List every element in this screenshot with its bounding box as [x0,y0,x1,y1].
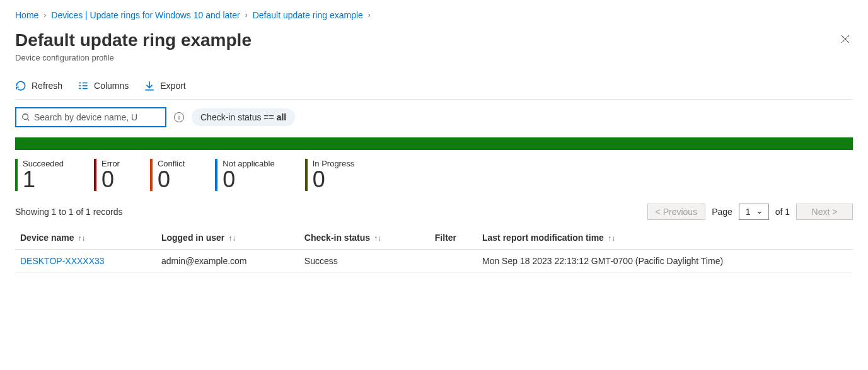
accent-bar [15,159,18,191]
cell-logged-in-user: admin@example.com [156,250,299,273]
previous-button[interactable]: < Previous [647,204,706,220]
page-title: Default update ring example [15,30,252,50]
col-label: Device name [20,233,74,243]
accent-bar [215,159,217,191]
columns-button[interactable]: Columns [78,78,129,94]
status-not-applicable[interactable]: Not applicable 0 [215,159,274,191]
status-value: 1 [23,168,64,191]
records-summary: Showing 1 to 1 of 1 records [15,207,122,217]
page-select-value: 1 [746,207,751,217]
breadcrumb-current[interactable]: Default update ring example [253,10,363,20]
search-input-wrapper[interactable] [15,107,166,127]
status-value: 0 [313,168,354,191]
export-label: Export [160,81,185,91]
page-total: of 1 [775,207,790,217]
status-value: 0 [101,168,120,191]
columns-icon [78,80,89,91]
breadcrumb-devices[interactable]: Devices | Update rings for Windows 10 an… [51,10,240,20]
refresh-icon [15,80,26,91]
sort-icon: ↑↓ [374,234,381,243]
cell-modification-time: Mon Sep 18 2023 22:13:12 GMT-0700 (Pacif… [477,250,853,273]
col-checkin-status[interactable]: Check-in status↑↓ [299,226,430,250]
refresh-button[interactable]: Refresh [15,78,62,94]
col-filter[interactable]: Filter [430,226,477,250]
search-input[interactable] [34,112,160,122]
checkin-status-filter-pill[interactable]: Check-in status == all [192,108,295,126]
status-in-progress[interactable]: In Progress 0 [305,159,354,191]
chevron-right-icon: › [43,11,46,20]
close-button[interactable] [838,30,853,50]
sort-icon: ↑↓ [608,234,615,243]
page-subtitle: Device configuration profile [15,53,853,62]
chevron-right-icon: › [368,11,371,20]
export-button[interactable]: Export [144,78,185,94]
col-logged-in-user[interactable]: Logged in user↑↓ [156,226,299,250]
filter-pill-value: all [277,112,287,122]
status-tiles: Succeeded 1 Error 0 Conflict 0 Not appli… [15,159,853,191]
toolbar: Refresh Columns Export [15,72,853,100]
cell-checkin-status: Success [299,250,430,273]
pagination: < Previous Page 1 of 1 Next > [647,204,853,220]
status-value: 0 [223,168,274,191]
svg-line-11 [28,119,30,121]
breadcrumb: Home › Devices | Update rings for Window… [15,10,853,20]
status-progress-bar [15,137,853,150]
col-label: Logged in user [161,233,224,243]
col-last-modification[interactable]: Last report modification time↑↓ [477,226,853,250]
col-device-name[interactable]: Device name↑↓ [15,226,156,250]
cell-device-name[interactable]: DESKTOP-XXXXX33 [15,250,156,273]
status-value: 0 [158,168,185,191]
col-label: Filter [435,233,456,243]
breadcrumb-home[interactable]: Home [15,10,38,20]
filter-pill-prefix: Check-in status == [200,112,277,122]
accent-bar [150,159,153,191]
sort-icon: ↑↓ [228,234,236,243]
col-label: Check-in status [304,233,370,243]
status-succeeded[interactable]: Succeeded 1 [15,159,64,191]
search-icon [21,113,30,122]
close-icon [840,34,850,44]
table-row[interactable]: DESKTOP-XXXXX33 admin@example.com Succes… [15,250,853,273]
cell-filter [430,250,477,273]
chevron-right-icon: › [245,11,248,20]
accent-bar [305,159,308,191]
status-error[interactable]: Error 0 [94,159,120,191]
page-label: Page [712,207,732,217]
columns-label: Columns [94,81,129,91]
sort-icon: ↑↓ [78,234,86,243]
col-label: Last report modification time [482,233,604,243]
page-select[interactable]: 1 [739,204,769,220]
info-icon[interactable]: i [174,112,184,122]
next-button[interactable]: Next > [796,204,853,220]
refresh-label: Refresh [32,81,62,91]
devices-table: Device name↑↓ Logged in user↑↓ Check-in … [15,226,853,273]
accent-bar [94,159,96,191]
svg-point-10 [23,114,28,120]
status-conflict[interactable]: Conflict 0 [150,159,185,191]
export-icon [144,80,155,91]
